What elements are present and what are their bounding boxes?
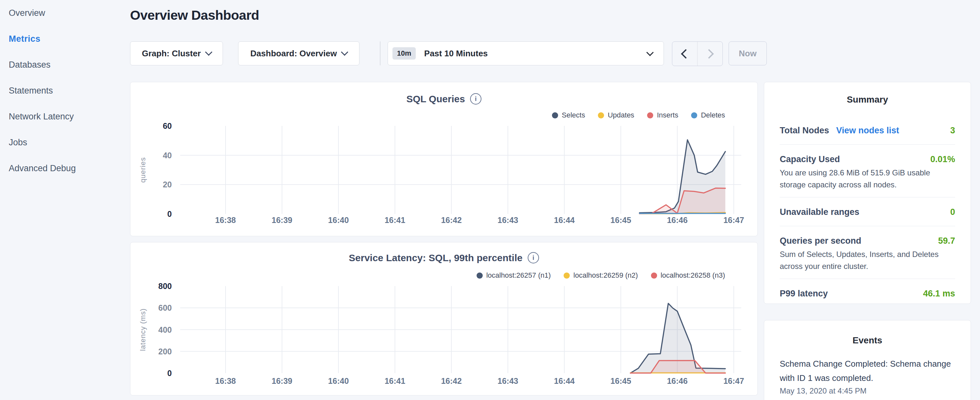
summary-row: Capacity Used0.01%You are using 28.6 MiB… [780,152,955,191]
svg-text:16:43: 16:43 [498,376,518,386]
sidebar-item-advanced-debug[interactable]: Advanced Debug [0,155,129,181]
time-range-label: Past 10 Minutes [424,49,488,59]
sidebar-item-databases[interactable]: Databases [0,52,129,78]
svg-text:queries: queries [139,157,147,183]
sidebar-item-jobs[interactable]: Jobs [0,129,129,155]
svg-text:0: 0 [167,209,172,218]
summary-row-label: Queries per second [780,236,861,246]
service-latency-chart-card: Service Latency: SQL, 99th percentile i … [130,242,758,395]
svg-text:16:40: 16:40 [328,215,349,225]
summary-divider [780,197,955,198]
time-range-prev-button[interactable] [672,42,697,66]
summary-row-label: Capacity Used [780,155,840,164]
svg-text:0: 0 [167,369,172,378]
sidebar-item-network-latency[interactable]: Network Latency [0,104,129,129]
summary-rows: Total NodesView nodes list3Capacity Used… [780,123,955,301]
svg-text:16:47: 16:47 [724,215,744,225]
view-nodes-list-link[interactable]: View nodes list [836,126,899,135]
graph-scope-dropdown[interactable]: Graph: Cluster [130,41,223,65]
graph-scope-dropdown-label: Graph: Cluster [142,49,200,59]
svg-text:16:46: 16:46 [667,215,687,225]
svg-text:16:38: 16:38 [215,215,236,225]
svg-text:16:40: 16:40 [328,376,349,386]
sidebar: OverviewMetricsDatabasesStatementsNetwor… [0,0,129,400]
summary-panel: Summary Total NodesView nodes list3Capac… [764,82,971,304]
chevron-right-icon [704,49,714,59]
svg-text:16:42: 16:42 [441,376,462,386]
svg-text:200: 200 [158,347,172,356]
svg-text:16:45: 16:45 [611,376,631,386]
summary-row: P99 latency46.1 ms [780,286,955,301]
svg-text:400: 400 [158,325,172,334]
summary-divider [780,144,955,145]
summary-row-description: You are using 28.6 MiB of 515.9 GiB usab… [780,167,955,191]
svg-text:60: 60 [163,121,172,131]
svg-text:16:47: 16:47 [724,376,744,386]
db-console-page: OverviewMetricsDatabasesStatementsNetwor… [0,0,980,400]
summary-divider [780,279,955,279]
sidebar-nav-list: OverviewMetricsDatabasesStatementsNetwor… [0,0,129,181]
svg-text:20: 20 [163,180,172,189]
svg-text:16:44: 16:44 [554,376,574,386]
events-title: Events [780,335,955,346]
chevron-down-icon [646,49,654,56]
summary-row-description: Sum of Selects, Updates, Inserts, and De… [780,248,955,272]
time-range-dropdown[interactable]: 10m Past 10 Minutes [388,41,664,65]
svg-text:16:45: 16:45 [611,215,631,225]
time-range-badge: 10m [393,47,416,59]
svg-text:16:38: 16:38 [215,376,236,386]
summary-row-value: 0 [950,207,955,217]
svg-text:16:41: 16:41 [385,376,406,386]
sql-queries-plot[interactable]: 16:3816:3916:4016:4116:4216:4316:4416:45… [130,82,758,237]
sidebar-item-metrics[interactable]: Metrics [0,26,129,52]
summary-row-label: Total Nodes [780,126,829,135]
svg-text:latency (ms): latency (ms) [139,308,147,351]
svg-text:16:39: 16:39 [272,376,293,386]
svg-text:800: 800 [158,282,172,291]
summary-row-value: 46.1 ms [923,288,955,299]
summary-row-value: 3 [950,126,955,135]
time-range-pager [672,41,723,66]
summary-row-label: P99 latency [780,288,828,299]
svg-text:16:42: 16:42 [441,215,462,225]
toolbar-divider [380,41,380,65]
svg-text:16:44: 16:44 [554,215,574,225]
events-panel: Events Schema Change Completed: Schema c… [764,320,971,400]
summary-row: Total NodesView nodes list3 [780,123,955,138]
summary-title: Summary [780,94,955,105]
svg-text:600: 600 [158,303,172,312]
svg-text:16:46: 16:46 [667,376,687,386]
summary-row: Unavailable ranges0 [780,204,955,220]
event-message: Schema Change Completed: Schema change w… [780,357,955,385]
dashboard-dropdown[interactable]: Dashboard: Overview [238,41,360,65]
event-timestamp: May 13, 2020 at 4:45 PM [780,385,955,397]
chevron-left-icon [681,49,691,59]
sidebar-item-overview[interactable]: Overview [0,0,129,26]
events-list: Schema Change Completed: Schema change w… [780,357,955,397]
summary-row-value: 59.7 [938,236,955,246]
svg-text:16:41: 16:41 [385,215,406,225]
summary-row-value: 0.01% [930,155,955,164]
summary-row: Queries per second59.7Sum of Selects, Up… [780,233,955,272]
chevron-down-icon [341,49,348,56]
service-latency-plot[interactable]: 16:3816:3916:4016:4116:4216:4316:4416:45… [130,242,758,396]
sidebar-item-statements[interactable]: Statements [0,78,129,104]
summary-row-label: Unavailable ranges [780,207,859,217]
chevron-down-icon [205,49,212,56]
time-range-next-button[interactable] [697,42,722,66]
dashboard-dropdown-label: Dashboard: Overview [250,49,337,59]
page-title: Overview Dashboard [130,8,259,23]
sql-queries-chart-card: SQL Queries i SelectsUpdatesInsertsDelet… [130,82,758,236]
now-button[interactable]: Now [729,41,767,65]
svg-text:16:43: 16:43 [498,215,518,225]
svg-text:16:39: 16:39 [272,215,293,225]
svg-text:40: 40 [163,151,172,160]
